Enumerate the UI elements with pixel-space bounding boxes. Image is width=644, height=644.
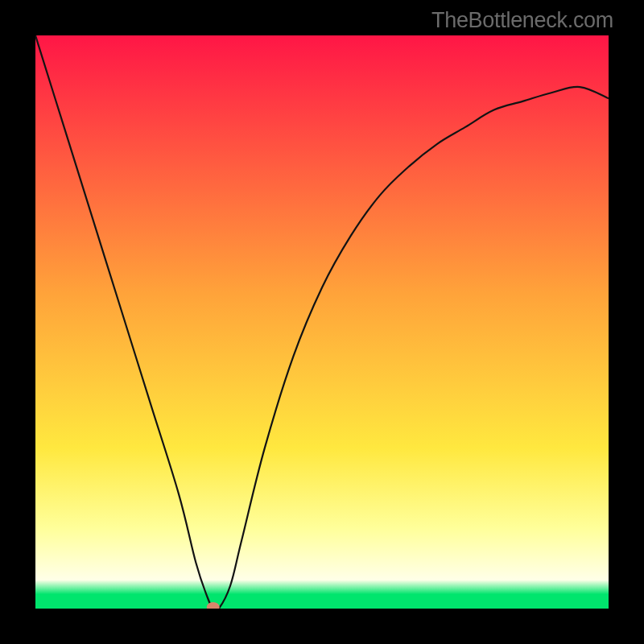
- branding-watermark: TheBottleneck.com: [431, 8, 613, 33]
- plot-frame: [35, 35, 609, 609]
- bottleneck-chart: [35, 35, 609, 609]
- gradient-background: [35, 35, 609, 609]
